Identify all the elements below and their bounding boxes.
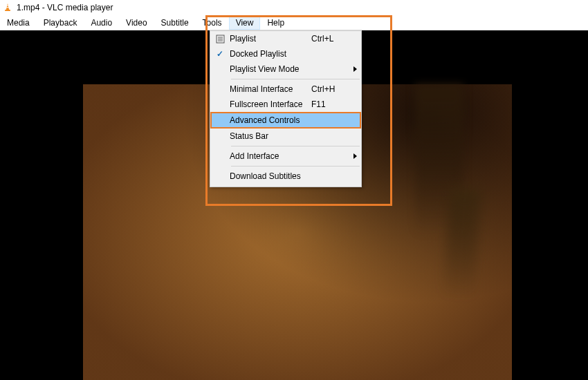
svg-rect-1: [6, 5, 8, 6]
menu-separator: [231, 166, 360, 167]
menubar: Media Playback Audio Video Subtitle Tool…: [0, 15, 588, 30]
menu-separator: [231, 79, 360, 79]
menuitem-status-bar[interactable]: Status Bar: [210, 129, 361, 144]
menuitem-label: Download Subtitles: [230, 171, 311, 181]
menuitem-shortcut: Ctrl+L: [311, 34, 349, 44]
menuitem-playlist-view-mode[interactable]: Playlist View Mode: [210, 61, 361, 77]
svg-marker-0: [6, 3, 9, 10]
menuitem-playlist[interactable]: Playlist Ctrl+L: [210, 31, 361, 46]
menuitem-advanced-controls[interactable]: Advanced Controls: [210, 112, 361, 129]
menu-separator: [231, 146, 360, 146]
menuitem-label: Playlist View Mode: [230, 64, 311, 74]
view-dropdown: Playlist Ctrl+L ✓ Docked Playlist Playli…: [210, 30, 362, 187]
menuitem-label: Minimal Interface: [230, 84, 311, 94]
menuitem-download-subtitles[interactable]: Download Subtitles: [210, 169, 361, 184]
menu-view[interactable]: View: [229, 15, 261, 30]
svg-rect-3: [5, 10, 10, 11]
menu-video[interactable]: Video: [119, 15, 154, 30]
menu-media[interactable]: Media: [0, 15, 37, 30]
submenu-arrow-icon: [349, 153, 361, 159]
titlebar: 1.mp4 - VLC media player: [0, 0, 588, 15]
menu-tools[interactable]: Tools: [196, 15, 229, 30]
menuitem-label: Docked Playlist: [230, 49, 311, 59]
menuitem-fullscreen-interface[interactable]: Fullscreen Interface F11: [210, 97, 361, 112]
window-title: 1.mp4 - VLC media player: [17, 3, 113, 12]
menuitem-docked-playlist[interactable]: ✓ Docked Playlist: [210, 46, 361, 61]
menuitem-shortcut: Ctrl+H: [311, 84, 349, 94]
menu-playback[interactable]: Playback: [37, 15, 84, 30]
menuitem-label: Add Interface: [230, 151, 311, 161]
checkmark-icon: ✓: [210, 49, 230, 59]
menuitem-label: Advanced Controls: [230, 115, 310, 125]
submenu-arrow-icon: [349, 66, 361, 72]
menuitem-label: Fullscreen Interface: [230, 99, 311, 109]
menuitem-shortcut: F11: [311, 99, 349, 109]
menu-audio[interactable]: Audio: [84, 15, 119, 30]
menuitem-minimal-interface[interactable]: Minimal Interface Ctrl+H: [210, 82, 361, 97]
menuitem-label: Playlist: [230, 34, 311, 44]
menuitem-label: Status Bar: [230, 131, 311, 141]
vlc-cone-icon: [3, 3, 12, 12]
menuitem-add-interface[interactable]: Add Interface: [210, 149, 361, 164]
playlist-icon: [210, 35, 230, 44]
svg-rect-2: [6, 7, 9, 8]
menu-subtitle[interactable]: Subtitle: [154, 15, 196, 30]
menu-help[interactable]: Help: [260, 15, 291, 30]
